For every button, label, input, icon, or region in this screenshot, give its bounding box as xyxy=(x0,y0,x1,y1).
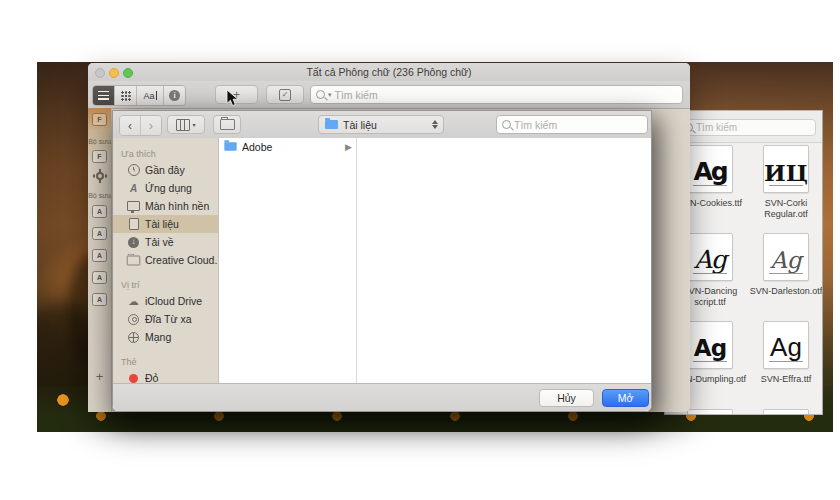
collection-icon[interactable]: A xyxy=(92,205,107,218)
title-bar[interactable]: Tất cả Phông chữ (236 Phông chữ) xyxy=(88,63,690,81)
font-file-item[interactable]: Ag xyxy=(749,409,823,415)
dialog-footer: Hủy Mở xyxy=(113,383,651,411)
gear-icon[interactable] xyxy=(94,170,106,182)
dialog-toolbar: ‹ › ▾ Tài liệu Tìm kiếm xyxy=(113,111,651,139)
dialog-sidebar: Ưa thích Gần đây A Ứng dụng Màn hình nền… xyxy=(113,138,219,384)
file-name: Adobe xyxy=(242,141,272,153)
list-view-button[interactable] xyxy=(93,86,115,105)
fontbook-search-placeholder: Tìm kiếm xyxy=(335,89,378,101)
nav-buttons: ‹ › xyxy=(119,115,162,136)
sidebar-item-recents[interactable]: Gần đây xyxy=(113,161,218,179)
validate-fonts-button[interactable]: ✓ xyxy=(266,85,304,104)
sidebar-item-label: Creative Cloud... xyxy=(145,254,219,266)
font-glyph-preview: Ag xyxy=(694,247,726,272)
fontbook-toolbar: Aa i + ✓ ▾ Tìm kiếm xyxy=(88,81,690,109)
view-options-button[interactable]: ▾ xyxy=(167,115,205,134)
sidebar-item-label: Gần đây xyxy=(145,164,185,176)
popup-stepper-icon xyxy=(432,120,438,129)
globe-icon xyxy=(127,332,140,343)
sidebar-item-creative-cloud[interactable]: Creative Cloud... xyxy=(113,251,218,269)
font-file-item[interactable]: ИЦ SVN-Corki Regular.otf xyxy=(749,145,823,233)
font-file-name: SVN-Corki Regular.otf xyxy=(749,198,823,220)
location-popup[interactable]: Tài liệu xyxy=(318,115,444,134)
add-collection-button[interactable]: + xyxy=(96,369,104,384)
forward-button[interactable]: › xyxy=(141,116,161,135)
collections-section-label: Bộ sưu xyxy=(88,192,111,199)
collections-section-label: Bộ sưu xyxy=(88,138,111,145)
folder-icon xyxy=(127,255,140,266)
file-row-adobe[interactable]: Adobe ▶ xyxy=(219,138,356,155)
sidebar-section-tags: Thẻ xyxy=(113,354,218,369)
search-icon xyxy=(316,90,325,99)
open-button[interactable]: Mở xyxy=(602,389,649,407)
checkbox-icon: ✓ xyxy=(279,89,291,101)
collection-icon[interactable]: A xyxy=(92,227,107,240)
smart-collection-icon[interactable]: F xyxy=(92,150,107,163)
list-view-icon xyxy=(98,91,109,100)
sidebar-item-downloads[interactable]: ↓ Tải về xyxy=(113,233,218,251)
new-folder-button[interactable] xyxy=(213,115,241,134)
font-file-name: SVN-Effra.ttf xyxy=(749,374,823,385)
dialog-search-placeholder: Tìm kiếm xyxy=(514,119,557,131)
dialog-search-input[interactable]: Tìm kiếm xyxy=(496,115,648,134)
sidebar-item-label: Ứng dụng xyxy=(145,182,192,194)
close-button[interactable] xyxy=(95,68,105,78)
desktop-icon xyxy=(127,201,140,211)
sidebar-section-locations: Vị trí xyxy=(113,277,218,292)
open-button-label: Mở xyxy=(618,392,634,404)
sidebar-item-label: iCloud Drive xyxy=(145,295,202,307)
back-button[interactable]: ‹ xyxy=(120,116,141,135)
collection-icon[interactable]: A xyxy=(92,249,107,262)
info-icon: i xyxy=(169,90,180,101)
grid-view-button[interactable] xyxy=(115,86,137,105)
view-segmented-control: Aa i xyxy=(92,85,186,106)
traffic-lights xyxy=(95,68,133,78)
fontbook-sidebar: F Bộ sưu F Bộ sưu A A A A A + xyxy=(88,108,112,412)
finder-search-placeholder: Tìm kiếm xyxy=(696,122,737,133)
sidebar-item-icloud[interactable]: ☁ iCloud Drive xyxy=(113,292,218,310)
sidebar-item-applications[interactable]: A Ứng dụng xyxy=(113,179,218,197)
font-glyph-preview: Ag xyxy=(770,249,801,272)
zoom-button[interactable] xyxy=(123,68,133,78)
sample-view-label: Aa xyxy=(143,91,154,101)
font-file-name: SVN-Darleston.otf xyxy=(749,286,823,297)
window-title: Tất cả Phông chữ (236 Phông chữ) xyxy=(306,66,471,78)
applications-icon: A xyxy=(127,183,140,194)
column-view-icon xyxy=(176,119,190,131)
font-file-item[interactable]: Ag SVN-Darleston.otf xyxy=(749,233,823,321)
cloud-icon: ☁ xyxy=(127,295,140,307)
collection-icon[interactable]: A xyxy=(92,293,107,306)
font-glyph-preview: Ag xyxy=(693,159,726,184)
folder-icon xyxy=(224,142,236,151)
sidebar-item-label: Mạng xyxy=(145,331,171,343)
sidebar-item-documents[interactable]: Tài liệu xyxy=(113,215,218,233)
sample-view-button[interactable]: Aa xyxy=(137,86,164,105)
sidebar-item-network[interactable]: Mạng xyxy=(113,328,218,346)
sidebar-item-desktop[interactable]: Màn hình nền xyxy=(113,197,218,215)
smart-collection-icon[interactable]: F xyxy=(92,113,107,126)
sidebar-item-label: Tải về xyxy=(145,236,174,248)
font-file-item[interactable]: Ag SVN-Effra.ttf xyxy=(749,321,823,409)
sidebar-item-remote-disc[interactable]: Đĩa Từ xa xyxy=(113,310,218,328)
browser-column: Adobe ▶ xyxy=(219,138,357,384)
sidebar-section-favorites: Ưa thích xyxy=(113,146,218,161)
sidebar-item-label: Màn hình nền xyxy=(145,200,209,212)
location-popup-value: Tài liệu xyxy=(343,119,377,131)
font-file-grid: Ag SVN-Cookies.ttf ИЦ SVN-Corki Regular.… xyxy=(673,145,823,415)
sidebar-item-tag-red[interactable]: Đỏ xyxy=(113,369,218,384)
cancel-button[interactable]: Hủy xyxy=(539,389,594,407)
info-view-button[interactable]: i xyxy=(164,86,185,105)
collection-icon[interactable]: A xyxy=(92,271,107,284)
chevron-down-icon: ▾ xyxy=(328,91,332,99)
minimize-button[interactable] xyxy=(109,68,119,78)
chevron-down-icon: ▾ xyxy=(192,121,195,128)
folder-icon xyxy=(325,120,338,129)
browser-column-empty xyxy=(357,138,651,384)
file-browser: Adobe ▶ xyxy=(219,138,651,384)
forward-icon: › xyxy=(149,119,153,133)
finder-search-input[interactable]: Tìm kiếm xyxy=(678,119,816,136)
sidebar-item-label: Tài liệu xyxy=(145,218,179,230)
back-icon: ‹ xyxy=(128,119,132,133)
fontbook-search-input[interactable]: ▾ Tìm kiếm xyxy=(310,85,683,104)
disclosure-triangle-icon: ▶ xyxy=(345,142,352,152)
